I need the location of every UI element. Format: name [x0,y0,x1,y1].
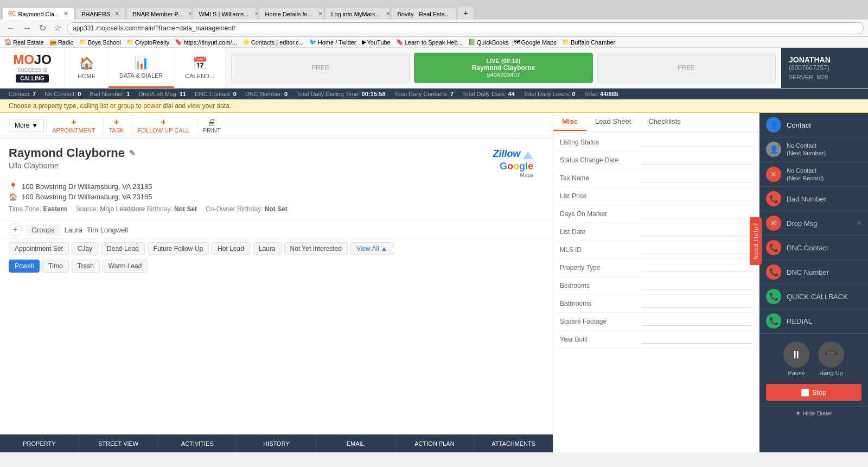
field-listing-status: Listing Status [558,134,755,152]
print-button[interactable]: 🖨 PRINT [197,116,226,135]
refresh-button[interactable]: ↻ [37,22,48,34]
dialer-redial[interactable]: 📞 REDIAL [760,309,868,333]
forward-button[interactable]: → [21,22,34,34]
google-maps-link[interactable]: Google Maps [493,161,533,178]
mojo-logo[interactable]: MOJO SUCCESS IS CALLING [0,48,65,88]
dialer-dnc-number[interactable]: 📞 DNC Number [760,260,868,285]
misc-tabs: Misc Lead Sheet Checklists [553,113,759,131]
field-square-footage: Square Footage [558,313,755,331]
tab-raymond[interactable]: RC Raymond Cla... ✕ [2,8,74,20]
nav-data-dialer[interactable]: 📊 DATA & DIALER [108,48,174,88]
stop-button[interactable]: Stop [766,384,861,401]
tab-lead-sheet[interactable]: Lead Sheet [586,113,640,131]
calendar-icon: 📅 [193,56,207,71]
bookmark-button[interactable]: ☆ [52,22,63,34]
field-mls-id: MLS ID [558,241,755,259]
field-status-change-date: Status Change Date [558,152,755,169]
tab-brivity[interactable]: Brivity - Real Esta... ✕ [391,8,456,20]
more-button[interactable]: More ▼ [9,119,44,132]
edit-contact-icon[interactable]: ✎ [129,149,136,157]
task-plus-icon: + [114,117,119,127]
tag-dead-lead[interactable]: Dead Lead [101,242,145,255]
bookmark-radio[interactable]: 📻 Radio [49,39,74,46]
dialer-nocontact-next-number[interactable]: 👤 No Contact(Next Number) [760,137,868,162]
dialer-bad-number[interactable]: 📞 Bad Number [760,187,868,211]
group-member-1[interactable]: Laura [65,226,82,234]
tab-bnar[interactable]: BNAR Member P... ✕ [126,8,192,20]
tag-hot-lead[interactable]: Hot Lead [212,242,250,255]
task-button[interactable]: + TASK [103,116,130,135]
bottom-tab-property[interactable]: PROPERTY [0,435,79,452]
bookmark-boysschool[interactable]: 📁 Boys School [79,39,121,46]
bookmark-contacts[interactable]: ⭐ Contacts | editor.c... [242,39,304,46]
tag-powell[interactable]: Powell [9,260,40,273]
main-layout: More ▼ + APPOINTMENT + TASK + FOLLOW UP … [0,113,868,452]
bookmark-youtube[interactable]: ▶ YouTube [362,39,391,46]
groups-section: + Groups Laura Tim Longwell [0,220,553,238]
tab-plus[interactable]: + [457,6,474,20]
bookmark-twitter[interactable]: 🐦 Home / Twitter [309,39,356,46]
dialer-dnc-contact[interactable]: 📞 DNC Contact [760,236,868,260]
tab-mymark[interactable]: Log into MyMark... ✕ [325,8,390,20]
call-slot-live: LIVE (00:18) Raymond Clayborne 540420340… [414,53,592,83]
field-property-type: Property Type [558,259,755,277]
dialer-quick-callback[interactable]: 📞 QUICK CALLBACK [760,285,868,309]
add-group-button[interactable]: + [9,223,22,236]
view-all-button[interactable]: View All ▲ [350,242,393,255]
tag-warm-lead[interactable]: Warm Lead [103,260,148,273]
dialer-server: SERVER: M26 [789,74,860,80]
meta-row: Time Zone: Eastern Source: Mojo Leadstor… [9,205,544,213]
tag-laura[interactable]: Laura [253,242,282,255]
field-tax-name: Tax Name [558,169,755,187]
appointment-button[interactable]: + APPOINTMENT [46,116,100,135]
nav-home[interactable]: 🏠 HOME [65,48,108,88]
bookmark-tinyurl[interactable]: 🔖 https://tinyurl.com/... [175,39,237,46]
need-help-tab[interactable]: Need Help? [750,217,762,265]
bookmark-cryptorealty[interactable]: 📁 CryptoRealty [126,39,170,46]
home-icon: 🏠 [79,56,94,71]
bookmark-realestate[interactable]: 🏠 Real Estate [4,39,44,46]
bottom-tab-streetview[interactable]: STREET VIEW [79,435,158,452]
pause-button[interactable]: ⏸ Pause [783,342,809,376]
tag-cjay[interactable]: CJay [72,242,98,255]
group-member-2[interactable]: Tim Longwell [87,226,128,234]
address-bar[interactable]: app331.mojosells.com/main/?frame=data_ma… [67,22,864,34]
bottom-tab-activities[interactable]: ACTIVITIES [158,435,237,452]
tag-not-yet-interested[interactable]: Not Yet Interested [284,242,348,255]
tab-home-details[interactable]: Home Details fo... ✕ [259,8,324,20]
hide-dialer-button[interactable]: ▼ Hide Dialer [760,406,868,420]
tag-future-follow-up[interactable]: Future Follow Up [148,242,209,255]
bookmark-hebrew[interactable]: 🔖 Learn to Speak Heb... [396,39,463,46]
hangup-button[interactable]: 📞 Hang Up [818,342,844,376]
stat-daily-leads: Total Daily Leads: 0 [524,91,576,97]
tab-checklists[interactable]: Checklists [640,113,689,131]
followup-button[interactable]: + FOLLOW UP CALL [132,116,195,135]
dialer-contact-button[interactable]: 👤 Contact [760,113,868,137]
main-content-area [0,277,553,434]
tag-appointment-set[interactable]: Appointment Set [9,242,69,255]
bookmark-googlemaps[interactable]: 🗺 Google Maps [514,39,556,46]
bottom-tab-email[interactable]: EMAIL [316,435,395,452]
home-address-icon: 🏠 [9,193,17,201]
tag-trash[interactable]: Trash [72,260,100,273]
stat-contact: Contact: 7 [9,91,36,97]
tab-misc[interactable]: Misc [553,113,586,131]
bookmark-buffalo[interactable]: 📁 Buffalo Chamber [562,39,615,46]
dialer-phone: (8007667257) [789,64,860,72]
dialer-nocontact-next-record[interactable]: ✕ No Contact(Next Record) [760,162,868,187]
back-button[interactable]: ← [4,22,17,34]
misc-fields-list: Listing Status Status Change Date Tax Na… [553,131,759,452]
call-slot-1: FREE [231,53,410,83]
stat-bad-number: Bad Number: 1 [90,91,130,97]
bookmark-quickbooks[interactable]: 📗 QuickBooks [468,39,509,46]
tab-wmls[interactable]: WMLS | Williams... ✕ [193,8,258,20]
dialer-info-header: JONATHAN (8007667257) SERVER: M26 [781,48,868,88]
bottom-tab-attachments[interactable]: ATTACHMENTS [474,435,553,452]
tab-phaners[interactable]: PHANERS ✕ [75,8,125,20]
tag-timo[interactable]: Timo [42,260,68,273]
nav-calendar[interactable]: 📅 CALEND... [174,48,226,88]
zillow-link[interactable]: Zillow [493,148,533,160]
dialer-drop-msg[interactable]: ✉ Drop Msg + [760,211,868,236]
bottom-tab-history[interactable]: HISTORY [237,435,316,452]
bottom-tab-actionplan[interactable]: ACTION PLAN [395,435,475,452]
